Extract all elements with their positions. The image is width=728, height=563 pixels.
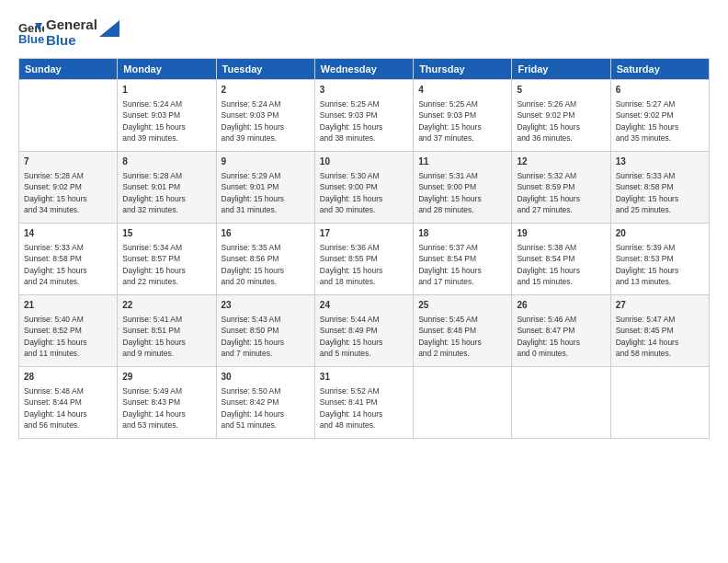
calendar-cell: 14Sunrise: 5:33 AM Sunset: 8:58 PM Dayli…	[19, 223, 118, 294]
day-content: Sunrise: 5:31 AM Sunset: 9:00 PM Dayligh…	[418, 170, 506, 215]
day-content: Sunrise: 5:28 AM Sunset: 9:02 PM Dayligh…	[24, 170, 112, 215]
calendar-cell: 11Sunrise: 5:31 AM Sunset: 9:00 PM Dayli…	[414, 151, 512, 223]
day-number: 12	[517, 155, 605, 169]
week-row-4: 21Sunrise: 5:40 AM Sunset: 8:52 PM Dayli…	[19, 294, 710, 366]
day-content: Sunrise: 5:28 AM Sunset: 9:01 PM Dayligh…	[122, 170, 210, 215]
day-content: Sunrise: 5:36 AM Sunset: 8:55 PM Dayligh…	[320, 242, 408, 287]
day-content: Sunrise: 5:24 AM Sunset: 9:03 PM Dayligh…	[122, 98, 210, 144]
day-content: Sunrise: 5:32 AM Sunset: 8:59 PM Dayligh…	[517, 170, 605, 215]
day-content: Sunrise: 5:30 AM Sunset: 9:00 PM Dayligh…	[320, 170, 408, 215]
day-number: 22	[122, 299, 210, 313]
day-number: 25	[418, 299, 506, 313]
logo-icon: General Blue	[18, 19, 44, 45]
logo: General Blue General Blue	[18, 17, 119, 49]
day-number: 27	[616, 299, 704, 313]
day-number: 10	[320, 155, 408, 169]
week-row-3: 14Sunrise: 5:33 AM Sunset: 8:58 PM Dayli…	[19, 223, 710, 294]
day-content: Sunrise: 5:49 AM Sunset: 8:43 PM Dayligh…	[122, 385, 210, 431]
day-number: 21	[24, 299, 112, 313]
calendar-cell: 18Sunrise: 5:37 AM Sunset: 8:54 PM Dayli…	[414, 223, 512, 294]
logo-triangle	[99, 20, 119, 37]
calendar-cell	[19, 79, 118, 151]
day-number: 31	[320, 371, 408, 385]
calendar-cell	[512, 366, 610, 438]
week-row-2: 7Sunrise: 5:28 AM Sunset: 9:02 PM Daylig…	[19, 151, 710, 223]
day-content: Sunrise: 5:52 AM Sunset: 8:41 PM Dayligh…	[320, 385, 408, 431]
calendar-cell: 23Sunrise: 5:43 AM Sunset: 8:50 PM Dayli…	[216, 294, 314, 366]
calendar-cell: 2Sunrise: 5:24 AM Sunset: 9:03 PM Daylig…	[216, 79, 314, 151]
day-number: 17	[320, 227, 408, 241]
calendar-cell: 12Sunrise: 5:32 AM Sunset: 8:59 PM Dayli…	[512, 151, 610, 223]
calendar-cell	[610, 366, 709, 438]
day-content: Sunrise: 5:47 AM Sunset: 8:45 PM Dayligh…	[616, 314, 704, 359]
col-header-sunday: Sunday	[19, 58, 118, 79]
day-content: Sunrise: 5:33 AM Sunset: 8:58 PM Dayligh…	[616, 170, 704, 215]
calendar-table: SundayMondayTuesdayWednesdayThursdayFrid…	[18, 58, 710, 439]
day-content: Sunrise: 5:46 AM Sunset: 8:47 PM Dayligh…	[517, 314, 605, 359]
calendar-cell: 25Sunrise: 5:45 AM Sunset: 8:48 PM Dayli…	[414, 294, 512, 366]
day-number: 28	[24, 371, 112, 385]
day-content: Sunrise: 5:24 AM Sunset: 9:03 PM Dayligh…	[222, 98, 310, 144]
calendar-cell: 15Sunrise: 5:34 AM Sunset: 8:57 PM Dayli…	[118, 223, 216, 294]
col-header-monday: Monday	[118, 58, 216, 79]
col-header-wednesday: Wednesday	[314, 58, 413, 79]
col-header-thursday: Thursday	[414, 58, 512, 79]
day-number: 4	[418, 84, 506, 98]
col-header-tuesday: Tuesday	[216, 58, 314, 79]
calendar-cell: 26Sunrise: 5:46 AM Sunset: 8:47 PM Dayli…	[512, 294, 610, 366]
calendar-cell: 13Sunrise: 5:33 AM Sunset: 8:58 PM Dayli…	[610, 151, 709, 223]
calendar-cell: 30Sunrise: 5:50 AM Sunset: 8:42 PM Dayli…	[216, 366, 314, 438]
calendar-cell: 7Sunrise: 5:28 AM Sunset: 9:02 PM Daylig…	[19, 151, 118, 223]
calendar-cell	[414, 366, 512, 438]
calendar-cell: 4Sunrise: 5:25 AM Sunset: 9:03 PM Daylig…	[414, 79, 512, 151]
logo-blue: Blue	[46, 32, 97, 48]
calendar-cell: 29Sunrise: 5:49 AM Sunset: 8:43 PM Dayli…	[118, 366, 216, 438]
day-number: 2	[222, 84, 310, 98]
day-content: Sunrise: 5:45 AM Sunset: 8:48 PM Dayligh…	[418, 314, 506, 359]
calendar-header-row: SundayMondayTuesdayWednesdayThursdayFrid…	[19, 58, 710, 79]
day-number: 14	[24, 227, 112, 241]
calendar-cell: 24Sunrise: 5:44 AM Sunset: 8:49 PM Dayli…	[314, 294, 413, 366]
day-content: Sunrise: 5:41 AM Sunset: 8:51 PM Dayligh…	[122, 314, 210, 359]
day-number: 20	[616, 227, 704, 241]
col-header-saturday: Saturday	[610, 58, 709, 79]
page: General Blue General Blue SundayMondayTu…	[0, 0, 728, 563]
day-number: 24	[320, 299, 408, 313]
calendar-cell: 1Sunrise: 5:24 AM Sunset: 9:03 PM Daylig…	[118, 79, 216, 151]
calendar-cell: 8Sunrise: 5:28 AM Sunset: 9:01 PM Daylig…	[118, 151, 216, 223]
day-content: Sunrise: 5:25 AM Sunset: 9:03 PM Dayligh…	[418, 98, 506, 144]
week-row-1: 1Sunrise: 5:24 AM Sunset: 9:03 PM Daylig…	[19, 79, 710, 151]
day-number: 5	[517, 84, 605, 98]
day-number: 30	[222, 371, 310, 385]
calendar-cell: 21Sunrise: 5:40 AM Sunset: 8:52 PM Dayli…	[19, 294, 118, 366]
day-content: Sunrise: 5:38 AM Sunset: 8:54 PM Dayligh…	[517, 242, 605, 287]
week-row-5: 28Sunrise: 5:48 AM Sunset: 8:44 PM Dayli…	[19, 366, 710, 438]
day-content: Sunrise: 5:37 AM Sunset: 8:54 PM Dayligh…	[418, 242, 506, 287]
day-number: 16	[222, 227, 310, 241]
day-number: 3	[320, 84, 408, 98]
day-content: Sunrise: 5:39 AM Sunset: 8:53 PM Dayligh…	[616, 242, 704, 287]
day-number: 13	[616, 155, 704, 169]
day-content: Sunrise: 5:43 AM Sunset: 8:50 PM Dayligh…	[222, 314, 310, 359]
day-content: Sunrise: 5:34 AM Sunset: 8:57 PM Dayligh…	[122, 242, 210, 287]
calendar-cell: 16Sunrise: 5:35 AM Sunset: 8:56 PM Dayli…	[216, 223, 314, 294]
day-number: 8	[122, 155, 210, 169]
calendar-cell: 31Sunrise: 5:52 AM Sunset: 8:41 PM Dayli…	[314, 366, 413, 438]
day-number: 26	[517, 299, 605, 313]
calendar-cell: 5Sunrise: 5:26 AM Sunset: 9:02 PM Daylig…	[512, 79, 610, 151]
svg-marker-3	[99, 20, 119, 37]
day-content: Sunrise: 5:40 AM Sunset: 8:52 PM Dayligh…	[24, 314, 112, 359]
day-number: 19	[517, 227, 605, 241]
day-number: 18	[418, 227, 506, 241]
day-number: 7	[24, 155, 112, 169]
day-content: Sunrise: 5:26 AM Sunset: 9:02 PM Dayligh…	[517, 98, 605, 144]
svg-text:Blue: Blue	[18, 32, 44, 45]
calendar-cell: 3Sunrise: 5:25 AM Sunset: 9:03 PM Daylig…	[314, 79, 413, 151]
logo-general: General	[46, 17, 97, 32]
day-content: Sunrise: 5:25 AM Sunset: 9:03 PM Dayligh…	[320, 98, 408, 144]
col-header-friday: Friday	[512, 58, 610, 79]
day-number: 1	[122, 84, 210, 98]
calendar-cell: 6Sunrise: 5:27 AM Sunset: 9:02 PM Daylig…	[610, 79, 709, 151]
day-number: 9	[222, 155, 310, 169]
day-number: 11	[418, 155, 506, 169]
